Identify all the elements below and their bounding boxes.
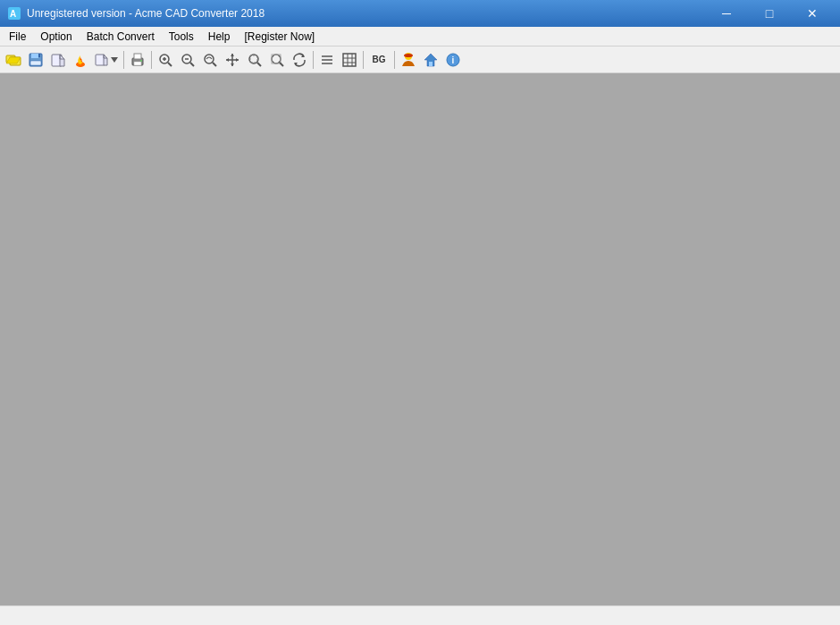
info-button[interactable]: i: [442, 49, 464, 71]
export-dropdown-button[interactable]: [92, 49, 121, 71]
menu-help[interactable]: Help: [201, 27, 238, 46]
zoom-all-button[interactable]: [266, 49, 288, 71]
zoom-out-button[interactable]: [177, 49, 198, 71]
zoom-window-button[interactable]: [244, 49, 265, 71]
menu-bar: File Option Batch Convert Tools Help [Re…: [0, 27, 840, 46]
zoom-in-button[interactable]: [155, 49, 176, 71]
separator-3: [313, 51, 314, 69]
menu-batch-convert[interactable]: Batch Convert: [80, 27, 162, 46]
print-button[interactable]: [127, 49, 148, 71]
zoom-reset-button[interactable]: [199, 49, 221, 71]
svg-rect-13: [134, 62, 141, 65]
app-icon: A: [7, 6, 21, 21]
main-canvas[interactable]: [0, 73, 840, 605]
svg-rect-33: [343, 54, 356, 66]
convert-button[interactable]: [70, 49, 91, 71]
toolbar: BG i: [0, 46, 840, 73]
svg-rect-5: [31, 54, 38, 58]
svg-point-14: [140, 60, 142, 62]
separator-5: [394, 51, 395, 69]
saveas-button[interactable]: [47, 49, 69, 71]
window-title: Unregistered version - Acme CAD Converte…: [27, 7, 265, 20]
svg-text:i: i: [452, 55, 455, 65]
svg-line-23: [213, 63, 216, 66]
menu-option[interactable]: Option: [33, 27, 79, 46]
open-button[interactable]: [3, 49, 24, 71]
svg-rect-12: [134, 54, 141, 59]
window-controls: ─ □ ✕: [706, 0, 833, 27]
save-button[interactable]: [25, 49, 46, 71]
svg-line-29: [280, 63, 283, 66]
bg-button[interactable]: BG: [366, 49, 391, 71]
svg-rect-25: [250, 55, 257, 63]
menu-file[interactable]: File: [2, 27, 33, 46]
svg-line-26: [257, 63, 261, 66]
separator-1: [123, 51, 124, 69]
svg-rect-7: [38, 54, 40, 57]
svg-rect-6: [30, 61, 41, 65]
svg-point-27: [272, 55, 281, 63]
svg-line-18: [168, 63, 172, 66]
title-bar: A Unregistered version - Acme CAD Conver…: [0, 0, 840, 27]
tool1-button[interactable]: [398, 49, 419, 71]
refresh-button[interactable]: [289, 49, 310, 71]
properties-button[interactable]: [316, 49, 338, 71]
menu-tools[interactable]: Tools: [162, 27, 201, 46]
maximize-button[interactable]: □: [749, 0, 790, 27]
minimize-button[interactable]: ─: [706, 0, 747, 27]
status-bar: [0, 605, 840, 625]
separator-4: [363, 51, 364, 69]
grid-button[interactable]: [339, 49, 360, 71]
svg-rect-40: [429, 62, 433, 66]
svg-text:A: A: [10, 9, 16, 19]
svg-line-21: [190, 63, 194, 66]
separator-2: [151, 51, 152, 69]
pan-button[interactable]: [222, 49, 243, 71]
tool2-button[interactable]: [420, 49, 441, 71]
svg-point-22: [205, 55, 214, 63]
close-button[interactable]: ✕: [792, 0, 833, 27]
svg-point-39: [404, 54, 413, 57]
menu-register[interactable]: [Register Now]: [237, 27, 322, 46]
